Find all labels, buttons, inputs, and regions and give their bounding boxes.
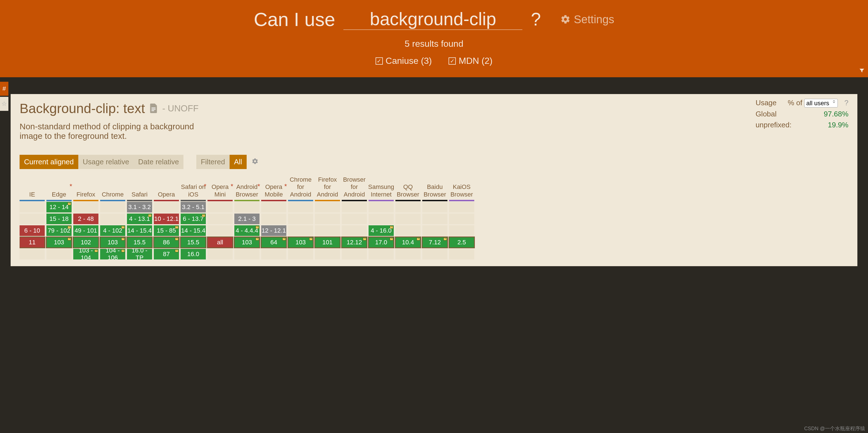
browser-name[interactable]: Opera Mobile (261, 177, 286, 200)
support-cell[interactable] (395, 202, 421, 212)
source-check-0[interactable]: ✓Caniuse (3) (376, 56, 432, 66)
help-question-mark[interactable]: ? (531, 9, 541, 30)
browser-name[interactable]: Safari (127, 177, 152, 200)
support-cell[interactable] (20, 213, 45, 224)
source-check-1[interactable]: ✓MDN (2) (448, 56, 492, 66)
support-cell[interactable] (369, 213, 394, 224)
support-cell[interactable] (422, 213, 447, 224)
support-cell[interactable] (395, 225, 421, 236)
tab-date-relative[interactable]: Date relative (134, 155, 183, 169)
support-cell[interactable] (100, 202, 125, 212)
support-cell[interactable]: 6 - 10 (20, 225, 45, 236)
support-cell[interactable]: 12.12 (342, 237, 367, 248)
support-cell[interactable]: 103 (288, 237, 313, 248)
support-cell[interactable] (369, 249, 394, 259)
browser-name[interactable]: Firefox for Android (315, 177, 340, 200)
browser-name[interactable]: Opera Mini (208, 177, 232, 200)
support-cell[interactable]: 17.0 (369, 237, 394, 248)
tab-usage-relative[interactable]: Usage relative (78, 155, 134, 169)
support-cell[interactable] (288, 249, 313, 259)
support-cell[interactable] (342, 249, 367, 259)
support-cell[interactable]: 15.5 (127, 237, 152, 248)
settings-button[interactable]: Settings (560, 13, 614, 26)
support-cell[interactable] (449, 249, 474, 259)
support-cell[interactable]: 4 - 4.4.4 (234, 225, 259, 236)
support-cell[interactable] (234, 202, 259, 212)
support-cell[interactable]: 79 - 102 (46, 225, 71, 236)
support-cell[interactable] (315, 202, 340, 212)
side-tab-star[interactable]: ☆ (0, 97, 8, 111)
browser-name[interactable]: KaiOS Browser (449, 177, 474, 200)
usage-scope-select[interactable]: all users (804, 99, 838, 108)
support-cell[interactable]: all (208, 237, 232, 248)
support-cell[interactable] (46, 249, 71, 259)
browser-name[interactable]: Edge (46, 177, 71, 200)
support-cell[interactable]: 11 (20, 237, 45, 248)
support-cell[interactable]: 102 (73, 237, 98, 248)
browser-name[interactable]: IE (20, 177, 45, 200)
file-icon[interactable] (149, 101, 158, 116)
usage-help-button[interactable]: ? (844, 98, 848, 107)
browser-name[interactable]: UC Browser for Android (342, 177, 367, 200)
support-cell[interactable] (261, 202, 286, 212)
support-cell[interactable] (342, 202, 367, 212)
support-cell[interactable]: 14 - 15.4 (181, 225, 206, 236)
support-cell[interactable]: 10.4 (395, 237, 421, 248)
support-cell[interactable] (208, 225, 232, 236)
support-cell[interactable] (288, 225, 313, 236)
support-cell[interactable]: 3.1 - 3.2 (127, 202, 152, 212)
support-cell[interactable]: 103 - 104 (73, 249, 98, 259)
support-cell[interactable]: 15 - 85 (154, 225, 179, 236)
support-cell[interactable] (449, 213, 474, 224)
support-cell[interactable] (208, 202, 232, 212)
view-settings-button[interactable] (252, 157, 258, 167)
support-cell[interactable]: 10 - 12.1 (154, 213, 179, 224)
support-cell[interactable]: 2.5 (449, 237, 474, 248)
support-cell[interactable]: 2 - 48 (73, 213, 98, 224)
browser-name[interactable]: Chrome (100, 177, 125, 200)
support-cell[interactable]: 104 - 106 (100, 249, 125, 259)
support-cell[interactable] (422, 249, 447, 259)
support-cell[interactable] (20, 202, 45, 212)
support-cell[interactable] (315, 225, 340, 236)
support-cell[interactable]: 16.0 (181, 249, 206, 259)
support-cell[interactable]: 86 (154, 237, 179, 248)
support-cell[interactable]: 12 - 14 (46, 202, 71, 212)
support-cell[interactable] (315, 213, 340, 224)
support-cell[interactable]: 49 - 101 (73, 225, 98, 236)
tab-current-aligned[interactable]: Current aligned (20, 155, 78, 169)
support-cell[interactable]: 15.5 (181, 237, 206, 248)
support-cell[interactable]: 15 - 18 (46, 213, 71, 224)
support-cell[interactable] (449, 225, 474, 236)
support-cell[interactable] (342, 225, 367, 236)
support-cell[interactable] (315, 249, 340, 259)
support-cell[interactable]: 16.0 - TP (127, 249, 152, 259)
support-cell[interactable] (261, 249, 286, 259)
browser-name[interactable]: Samsung Internet (369, 177, 394, 200)
support-cell[interactable]: 7.12 (422, 237, 447, 248)
browser-name[interactable]: Android Browser (234, 177, 259, 200)
support-cell[interactable] (422, 225, 447, 236)
support-cell[interactable]: 103 (234, 237, 259, 248)
support-cell[interactable]: 3.2 - 5.1 (181, 202, 206, 212)
browser-name[interactable]: Firefox (73, 177, 98, 200)
filter-toggle-button[interactable] (856, 64, 868, 77)
support-cell[interactable] (288, 202, 313, 212)
support-cell[interactable]: 14 - 15.4 (127, 225, 152, 236)
support-cell[interactable]: 4 - 13.1 (127, 213, 152, 224)
support-cell[interactable] (395, 213, 421, 224)
support-cell[interactable] (208, 249, 232, 259)
support-cell[interactable] (73, 202, 98, 212)
support-cell[interactable]: 4 - 102 (100, 225, 125, 236)
browser-name[interactable]: Opera (154, 177, 179, 200)
support-cell[interactable] (100, 213, 125, 224)
support-cell[interactable] (449, 202, 474, 212)
support-cell[interactable]: 12 - 12.1 (261, 225, 286, 236)
support-cell[interactable]: 101 (315, 237, 340, 248)
tab-all[interactable]: All (229, 155, 247, 169)
support-cell[interactable] (395, 249, 421, 259)
support-cell[interactable] (154, 202, 179, 212)
support-cell[interactable] (261, 213, 286, 224)
support-cell[interactable]: 64 (261, 237, 286, 248)
side-tab-hash[interactable]: # (0, 82, 8, 96)
